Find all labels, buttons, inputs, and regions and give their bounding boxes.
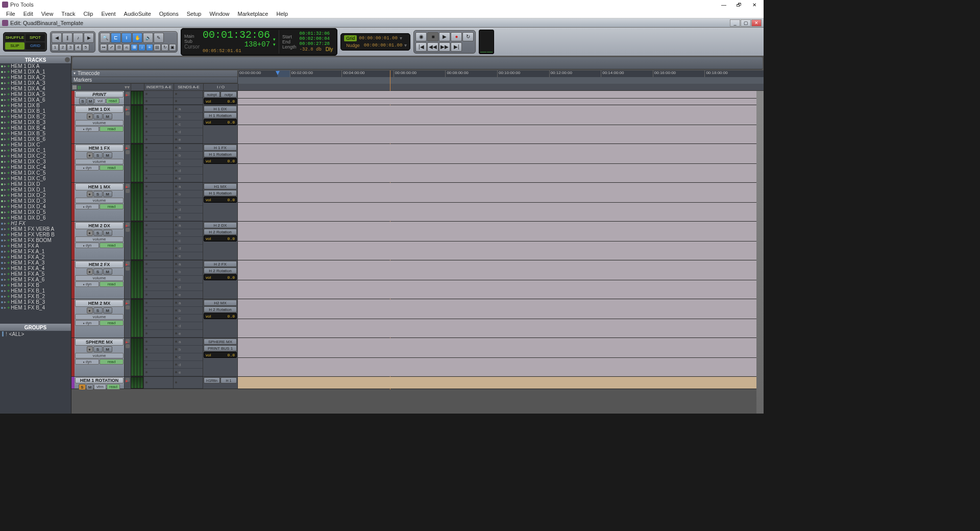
- layered-editing-button[interactable]: ▤: [154, 44, 161, 51]
- link-track-button[interactable]: ⊞: [131, 44, 138, 51]
- sidebar-track-item[interactable]: ▸+HEM 1 DX D_5: [0, 209, 71, 215]
- track-option-icon[interactable]: [126, 267, 130, 271]
- rewind-button[interactable]: ◀◀: [427, 42, 438, 52]
- inserts-header[interactable]: INSERTS A-E: [144, 84, 174, 90]
- insert-slot[interactable]: [144, 91, 173, 98]
- forward-button[interactable]: ▶▶: [439, 42, 450, 52]
- zoom-in-h-button[interactable]: ▶: [84, 33, 94, 43]
- track-playlist[interactable]: [238, 144, 756, 182]
- output-selector[interactable]: notpr: [220, 91, 237, 98]
- send-slot[interactable]: c: [174, 315, 203, 322]
- track-view-selector[interactable]: volume: [75, 314, 124, 320]
- solo-button[interactable]: S: [93, 307, 103, 313]
- track-view-selector[interactable]: volume: [75, 275, 124, 281]
- solo-button[interactable]: S: [93, 230, 103, 236]
- timecode-ruler-label[interactable]: ▾ Timecode: [71, 70, 237, 77]
- sidebar-track-item[interactable]: ▸+HEM 1 DX C_1: [0, 148, 71, 153]
- send-slot[interactable]: b: [174, 229, 203, 237]
- menu-audiosuite[interactable]: AudioSuite: [120, 10, 155, 18]
- input-selector[interactable]: H 1 DX: [204, 106, 237, 112]
- send-slot[interactable]: c: [174, 353, 203, 361]
- output-selector[interactable]: PRINT BUS 1: [204, 345, 237, 351]
- group-item-all[interactable]: ! <ALL>: [0, 331, 71, 337]
- end-value[interactable]: 00:02:00:04: [300, 36, 334, 41]
- edit-minimize-button[interactable]: _: [730, 19, 740, 27]
- menu-window[interactable]: Window: [205, 10, 233, 18]
- mute-button[interactable]: M: [103, 113, 112, 119]
- volume-display[interactable]: vol0.0: [204, 352, 237, 358]
- automation-mode-button[interactable]: read: [107, 384, 120, 390]
- sidebar-track-item[interactable]: ▸+HEM 1 DX A: [0, 63, 71, 69]
- volume-display[interactable]: vol0.0: [204, 119, 237, 125]
- opt-b-button[interactable]: ⊟: [115, 44, 122, 51]
- track-view-selector[interactable]: volume: [75, 159, 124, 164]
- slip-mode-button[interactable]: SLIP: [5, 42, 24, 50]
- grid-value[interactable]: 00:00:00:01.00: [359, 36, 398, 41]
- zoom-preset-5-button[interactable]: 5: [82, 44, 89, 51]
- mute-button[interactable]: M: [87, 98, 94, 104]
- zoomer-tool-button[interactable]: 🔍: [100, 33, 110, 43]
- insert-slot[interactable]: [144, 183, 173, 190]
- menu-edit[interactable]: Edit: [19, 10, 37, 18]
- gte-button[interactable]: ▶|: [451, 42, 462, 52]
- volume-display[interactable]: vol0.0: [204, 313, 237, 319]
- track-option-icon[interactable]: [126, 228, 130, 232]
- sidebar-track-item[interactable]: ▸+HEM 1 FX B_4: [0, 305, 71, 310]
- sidebar-track-item[interactable]: ▸+HEM 1 FX A_3: [0, 260, 71, 266]
- track-option-icon[interactable]: [126, 111, 130, 115]
- menu-event[interactable]: Event: [97, 10, 119, 18]
- elastic-audio-button[interactable]: ⬧ dyn: [75, 243, 99, 248]
- dly-indicator[interactable]: Dly: [325, 46, 334, 52]
- sidebar-track-item[interactable]: ▸+HEM 1 DX D_1: [0, 187, 71, 192]
- track-name-button[interactable]: HEM 1 FX: [75, 144, 124, 152]
- solo-button[interactable]: S: [79, 98, 86, 104]
- zoom-midi-button[interactable]: ♪: [73, 33, 83, 43]
- send-slot[interactable]: b: [174, 152, 203, 159]
- track-playlist[interactable]: [238, 338, 756, 376]
- insert-slot[interactable]: [144, 128, 173, 136]
- zoom-preset-2-button[interactable]: 2: [59, 44, 66, 51]
- insert-slot[interactable]: [144, 276, 173, 283]
- menu-file[interactable]: File: [2, 10, 19, 18]
- insert-slot[interactable]: [144, 229, 173, 237]
- track-view-selector[interactable]: vol: [94, 98, 106, 104]
- insert-slot[interactable]: [144, 159, 173, 167]
- track-name-button[interactable]: HEM 2 MX: [75, 300, 124, 307]
- elastic-audio-button[interactable]: ⬧ dyn: [75, 320, 99, 326]
- mute-button[interactable]: M: [103, 230, 112, 236]
- insert-slot[interactable]: [144, 120, 173, 128]
- track-playlist[interactable]: [238, 260, 756, 299]
- nudge-label[interactable]: Nudge: [344, 42, 362, 49]
- send-slot[interactable]: d: [174, 245, 203, 252]
- send-slot[interactable]: c: [174, 276, 203, 283]
- send-slot[interactable]: a: [174, 222, 203, 229]
- send-slot[interactable]: d: [174, 361, 203, 369]
- insert-slot[interactable]: [144, 315, 173, 322]
- track-name-button[interactable]: HEM 1 MX: [75, 183, 124, 190]
- grabber-tool-button[interactable]: ✋: [132, 33, 142, 43]
- show-hide-icon[interactable]: [72, 85, 77, 89]
- track-playlist[interactable]: [238, 91, 756, 105]
- tab-to-transient-button[interactable]: ↦: [100, 44, 107, 51]
- insert-slot[interactable]: [144, 245, 173, 252]
- insert-slot[interactable]: [144, 252, 173, 260]
- os-maximize-button[interactable]: 🗗: [732, 1, 746, 9]
- os-close-button[interactable]: ✕: [747, 1, 762, 9]
- sidebar-track-item[interactable]: ▸+HEM 1 DX C_3: [0, 159, 71, 164]
- automation-mode-button[interactable]: read: [100, 204, 124, 209]
- track-name-button[interactable]: HEM 2 FX: [75, 261, 124, 268]
- track-disclosure-icon[interactable]: ▸: [126, 300, 130, 304]
- send-slot[interactable]: b: [174, 307, 203, 315]
- zoom-preset-4-button[interactable]: 4: [75, 44, 82, 51]
- sidebar-track-item[interactable]: ▸+H1 FX: [0, 221, 71, 226]
- insertion-follows-button[interactable]: ↓: [138, 44, 145, 51]
- volume-display[interactable]: vol0.0: [204, 158, 237, 164]
- send-slot[interactable]: d: [174, 283, 203, 291]
- send-slot[interactable]: [174, 377, 203, 389]
- mute-button[interactable]: M: [103, 191, 112, 197]
- volume-display[interactable]: vol0.0: [204, 274, 237, 280]
- markers-ruler-label[interactable]: Markers: [71, 77, 237, 84]
- sidebar-track-item[interactable]: ▸+HEM 1 DX B_3: [0, 119, 71, 125]
- insert-slot[interactable]: [144, 222, 173, 229]
- output-selector[interactable]: H 1 Rotation: [204, 190, 237, 196]
